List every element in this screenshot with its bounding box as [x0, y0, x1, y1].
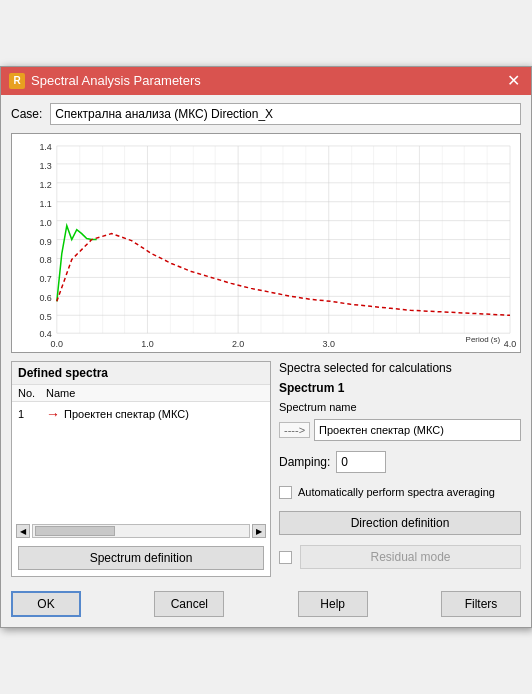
svg-text:Period (s): Period (s)	[466, 335, 501, 344]
close-button[interactable]: ✕	[503, 71, 523, 91]
scrollbar-thumb[interactable]	[35, 526, 115, 536]
residual-row: Residual mode	[279, 545, 521, 569]
svg-text:0.5: 0.5	[39, 312, 51, 322]
table-header: No. Name	[12, 385, 270, 402]
residual-mode-button: Residual mode	[300, 545, 521, 569]
svg-text:0.7: 0.7	[39, 274, 51, 284]
svg-text:0.8: 0.8	[39, 255, 51, 265]
spectra-selected-panel: Spectra selected for calculations Spectr…	[279, 361, 521, 577]
svg-text:1.2: 1.2	[39, 180, 51, 190]
defined-spectra-panel: Defined spectra No. Name 1 → Проектен сп…	[11, 361, 271, 577]
auto-avg-row: Automatically perform spectra averaging	[279, 485, 521, 499]
scrollbar-area	[12, 426, 270, 522]
spectrum-name-row: ---->	[279, 419, 521, 441]
spectrum-label: Spectrum 1	[279, 381, 521, 395]
bottom-section: Defined spectra No. Name 1 → Проектен сп…	[11, 361, 521, 577]
row-arrow-icon: →	[46, 406, 60, 422]
col-name-header: Name	[46, 387, 264, 399]
scroll-left-btn[interactable]: ◀	[16, 524, 30, 538]
svg-text:1.1: 1.1	[39, 199, 51, 209]
svg-text:3.0: 3.0	[323, 339, 335, 349]
damping-label: Damping:	[279, 455, 330, 469]
spectrum-name-input[interactable]	[314, 419, 521, 441]
spectrum-definition-button[interactable]: Spectrum definition	[18, 546, 264, 570]
direction-definition-button[interactable]: Direction definition	[279, 511, 521, 535]
svg-rect-0	[12, 134, 520, 353]
spectra-selected-header: Spectra selected for calculations	[279, 361, 521, 375]
horizontal-scrollbar[interactable]	[32, 524, 250, 538]
svg-text:4.0: 4.0	[504, 339, 516, 349]
table-row[interactable]: 1 → Проектен спектар (МКС)	[12, 402, 270, 426]
svg-text:1.0: 1.0	[39, 217, 51, 227]
residual-mode-checkbox[interactable]	[279, 551, 292, 564]
svg-text:0.6: 0.6	[39, 293, 51, 303]
svg-text:1.0: 1.0	[141, 339, 153, 349]
help-button[interactable]: Help	[298, 591, 368, 617]
svg-text:2.0: 2.0	[232, 339, 244, 349]
case-row: Case:	[11, 103, 521, 125]
cancel-button[interactable]: Cancel	[154, 591, 224, 617]
svg-text:0.0: 0.0	[51, 339, 63, 349]
bottom-buttons: OK Cancel Help Filters	[1, 585, 531, 627]
title-bar-left: R Spectral Analysis Parameters	[9, 73, 201, 89]
arrow-indicator: ---->	[279, 422, 310, 438]
title-bar: R Spectral Analysis Parameters ✕	[1, 67, 531, 95]
svg-text:1.3: 1.3	[39, 161, 51, 171]
auto-avg-checkbox[interactable]	[279, 486, 292, 499]
row-no: 1	[18, 408, 46, 420]
defined-spectra-header: Defined spectra	[12, 362, 270, 385]
app-icon: R	[9, 73, 25, 89]
filters-button[interactable]: Filters	[441, 591, 521, 617]
svg-text:0.4: 0.4	[39, 329, 51, 339]
spectrum-name-label: Spectrum name	[279, 401, 521, 413]
col-no-header: No.	[18, 387, 46, 399]
chart-container: 1.4 1.3 1.2 1.1 1.0 0.9 0.8 0.7 0.6 0.5 …	[11, 133, 521, 353]
svg-text:1.4: 1.4	[39, 142, 51, 152]
ok-button[interactable]: OK	[11, 591, 81, 617]
case-label: Case:	[11, 107, 42, 121]
auto-avg-label: Automatically perform spectra averaging	[298, 485, 495, 499]
row-name: Проектен спектар (МКС)	[64, 408, 264, 420]
spectrum-chart: 1.4 1.3 1.2 1.1 1.0 0.9 0.8 0.7 0.6 0.5 …	[12, 134, 520, 353]
dialog-title: Spectral Analysis Parameters	[31, 73, 201, 88]
damping-input[interactable]	[336, 451, 386, 473]
damping-row: Damping:	[279, 451, 521, 473]
dialog-body: Case:	[1, 95, 531, 585]
svg-text:0.9: 0.9	[39, 236, 51, 246]
case-input[interactable]	[50, 103, 521, 125]
scroll-right-btn[interactable]: ▶	[252, 524, 266, 538]
dialog-window: R Spectral Analysis Parameters ✕ Case:	[0, 66, 532, 628]
